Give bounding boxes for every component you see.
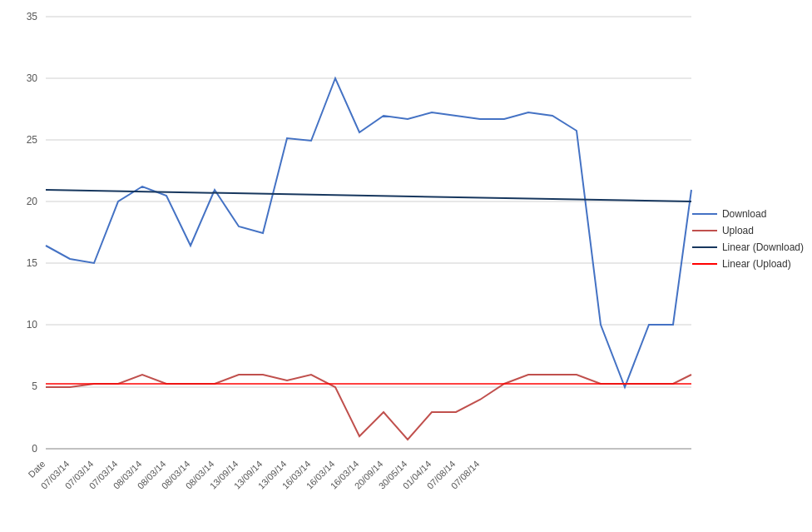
svg-text:5: 5 bbox=[32, 380, 37, 392]
svg-text:Date: Date bbox=[26, 459, 47, 480]
legend-linear-upload: Linear (Upload) bbox=[692, 258, 804, 270]
legend-download-label: Download bbox=[722, 208, 766, 220]
legend-linear-download-line bbox=[692, 246, 717, 248]
svg-text:15: 15 bbox=[27, 257, 38, 269]
legend-download: Download bbox=[692, 208, 804, 220]
svg-text:20: 20 bbox=[27, 196, 38, 207]
legend-linear-download-label: Linear (Download) bbox=[722, 241, 804, 253]
chart-legend: Download Upload Linear (Download) Linear… bbox=[692, 208, 804, 270]
svg-text:35: 35 bbox=[27, 11, 38, 22]
svg-text:10: 10 bbox=[27, 319, 38, 331]
legend-linear-download: Linear (Download) bbox=[692, 241, 804, 253]
legend-linear-upload-label: Linear (Upload) bbox=[722, 258, 791, 270]
legend-upload-line bbox=[692, 230, 717, 231]
legend-download-line bbox=[692, 213, 717, 215]
svg-text:25: 25 bbox=[27, 134, 38, 146]
x-axis-labels: Date 07/03/14 07/03/14 07/03/14 08/03/14… bbox=[26, 459, 481, 491]
chart-container: 35 30 25 20 15 10 5 0 Date 07/03/14 07/0… bbox=[0, 0, 812, 532]
legend-upload: Upload bbox=[692, 225, 804, 236]
chart-svg: 35 30 25 20 15 10 5 0 Date 07/03/14 07/0… bbox=[0, 0, 812, 532]
svg-text:30: 30 bbox=[27, 72, 38, 84]
legend-linear-upload-line bbox=[692, 263, 717, 265]
legend-upload-label: Upload bbox=[722, 225, 754, 236]
svg-text:0: 0 bbox=[32, 443, 37, 455]
